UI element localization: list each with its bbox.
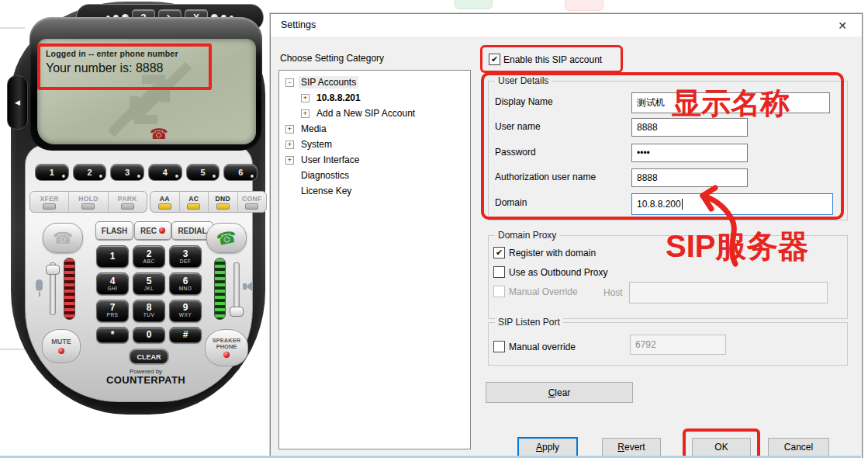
dialpad-key-7[interactable]: 7PRS [96,300,129,322]
xfer-button[interactable]: XFER [30,192,69,212]
line-key-4[interactable]: 4 [148,164,182,181]
branding: Powered by COUNTERPATH [92,368,200,387]
key-letters: ABC [144,258,155,265]
line-key-label: 3 [125,168,130,177]
flash-button[interactable]: FLASH [95,221,133,240]
phone-side-tab[interactable]: ◀ [7,75,28,130]
expand-icon[interactable]: + [285,125,294,134]
hangup-button[interactable]: ☎ [43,223,83,253]
hangup-phone-icon: ☎ [150,127,168,141]
tree-item-license-key[interactable]: License Key [279,183,470,199]
revert-button-label: Revert [617,442,645,453]
line-key-5[interactable]: 5 [186,164,220,181]
dialog-close-button[interactable]: ✕ [835,19,849,33]
key-digit: 9 [183,303,188,312]
key-letters: TUV [144,312,155,318]
expand-icon[interactable]: + [301,109,310,118]
cancel-button-label: Cancel [784,442,813,453]
counterpath-logo-text: COUNTERPATH [92,375,200,387]
mic-volume-thumb[interactable] [46,265,60,275]
tree-item-label: License Key [299,185,354,197]
tree-item-diagnostics[interactable]: Diagnostics [279,168,470,183]
call-handset-icon: ☎ [215,227,239,249]
rec-button[interactable]: REC [134,221,171,240]
line-led [137,175,140,178]
line-key-3[interactable]: 3 [110,164,144,181]
dialog-titlebar[interactable]: Settings ✕ [271,14,862,36]
key-letters: PRS [107,312,119,318]
aa-button[interactable]: AA [150,192,180,212]
apply-button[interactable]: Apply [517,437,578,457]
dialpad-key-9[interactable]: 9WXY [169,300,202,322]
register-with-domain-label: Register with domain [509,248,596,258]
annotation-box-enable [480,45,623,73]
annotation-box-display [37,43,212,90]
park-label: PARK [118,195,137,203]
cancel-button[interactable]: Cancel [768,438,829,456]
screenshot-root: ? ↘ X ◀ Logged in -- enter phone number … [0,0,868,458]
conf-button[interactable]: CONF [238,192,267,212]
dnd-button[interactable]: DND [209,192,238,212]
revert-button[interactable]: Revert [602,438,661,456]
dnd-label: DND [215,195,230,203]
tree-item-label: System [299,138,334,151]
line-key-6[interactable]: 6 [223,164,258,181]
mute-led [58,348,64,354]
outbound-proxy-checkbox[interactable] [493,266,505,278]
park-button[interactable]: PARK [109,192,147,212]
register-with-domain-checkbox[interactable]: ✔ [493,247,505,258]
line-led [175,175,178,178]
tree-item-10-8-8-201[interactable]: +10.8.8.201 [279,90,470,106]
port-manual-override-label: Manual override [509,342,576,352]
rec-label: REC [140,227,157,235]
dialpad-key-5[interactable]: 5JKL [133,272,165,295]
collapse-left-icon: ◀ [15,99,20,106]
dialpad: 1 2ABC 3DEF 4GHI 5JKL 6MNO 7PRS 8TUV 9WX… [96,245,202,343]
hold-led [81,203,95,210]
key-digit: # [183,330,188,339]
expand-icon[interactable]: + [301,94,310,102]
hold-button[interactable]: HOLD [69,192,108,212]
dialpad-key-6[interactable]: 6MNO [169,272,202,295]
speakerphone-led [223,352,230,358]
clear-button[interactable]: Clear [486,382,633,403]
mic-level-meter [64,258,75,320]
speaker-volume-thumb[interactable] [230,307,244,317]
expand-icon[interactable]: + [285,141,294,149]
mute-button[interactable]: MUTE [42,329,81,363]
tree-item-user-interface[interactable]: +User Interface [279,152,470,168]
tree-item-label: Media [299,123,329,135]
ac-button[interactable]: AC [180,192,209,212]
dialpad-key-8[interactable]: 8TUV [133,300,165,322]
line-key-2[interactable]: 2 [73,164,107,181]
conf-label: CONF [242,195,262,203]
dialpad-key-2[interactable]: 2ABC [133,245,165,268]
tree-item-add-sip-account[interactable]: +Add a New SIP Account [279,106,470,121]
dialpad-key-3[interactable]: 3DEF [169,245,202,268]
line-keys-row: 1 2 3 4 5 6 [35,164,258,181]
redial-label: REDIAL [178,227,206,235]
sip-listen-port-legend: SIP Listen Port [495,317,563,328]
key-letters: WXY [179,312,192,318]
line-key-1[interactable]: 1 [35,164,69,181]
call-button[interactable]: ☎ [206,223,247,253]
clear-button-label: Clear [548,387,571,398]
park-led [121,203,134,210]
dialpad-key-4[interactable]: 4GHI [96,272,129,295]
key-letters: JKL [144,286,154,292]
hangup-handset-icon: ☎ [53,229,73,248]
dialpad-key-hash[interactable]: # [169,327,202,343]
expand-icon[interactable]: + [285,156,294,165]
speakerphone-button[interactable]: SPEAKER PHONE [205,329,248,366]
tree-item-system[interactable]: +System [279,137,470,152]
manual-override-label: Manual Override [509,286,578,297]
tree-item-sip-accounts[interactable]: -SIP Accounts [279,75,470,90]
dialpad-key-star[interactable]: * [96,327,129,343]
manual-override-checkbox [493,286,505,297]
collapse-icon[interactable]: - [285,78,294,87]
tree-item-media[interactable]: +Media [279,121,470,137]
port-manual-override-checkbox[interactable] [493,341,505,352]
dialpad-key-0[interactable]: 0 [133,327,165,343]
clear-key[interactable]: CLEAR [129,349,169,365]
dialpad-key-1[interactable]: 1 [96,245,129,268]
